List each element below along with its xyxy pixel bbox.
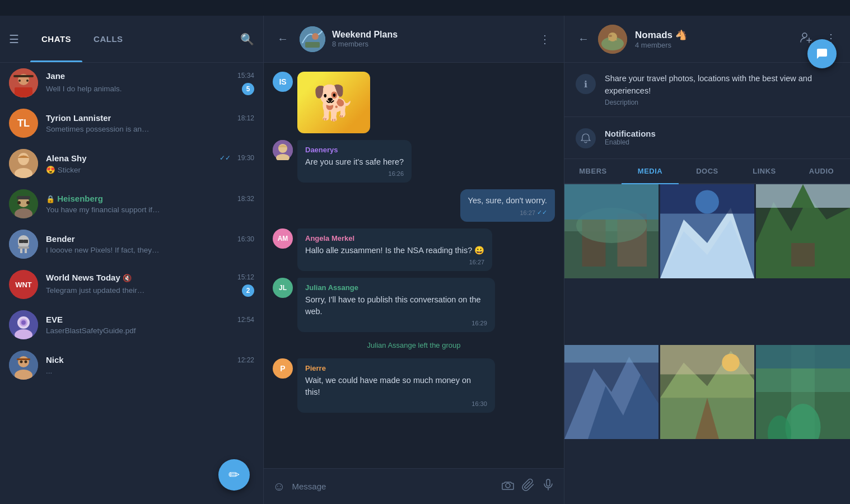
camera-button[interactable]: [501, 478, 515, 495]
chat-name: Jane: [46, 71, 65, 81]
system-message: Julian Assange left the group: [273, 341, 555, 349]
sender-name: Daenerys: [305, 146, 404, 154]
chat-preview: Well I do help animals.: [46, 85, 122, 93]
message-time: 16:29: [305, 320, 487, 326]
chat-preview: 😍 Sticker: [46, 165, 254, 174]
sender-avatar: [273, 140, 293, 160]
list-item[interactable]: Alena Shy ✓✓ 19:30 😍 Sticker: [0, 143, 263, 184]
svg-rect-41: [547, 479, 550, 486]
avatar: TL: [9, 109, 38, 138]
compose-button[interactable]: ✏: [218, 459, 250, 491]
media-item[interactable]: [756, 184, 850, 278]
group-info-panel: ← Nomads 🐴 4 members: [564, 16, 850, 504]
description-label: Description: [605, 99, 839, 106]
media-item[interactable]: [564, 345, 658, 439]
svg-rect-81: [756, 345, 850, 368]
message-bubble: Pierre Wait, we could have made so much …: [297, 358, 495, 413]
list-item[interactable]: Nick 12:22 ...: [0, 345, 263, 385]
chat-info: Tyrion Lannister 18:12 Sometimes possess…: [46, 113, 254, 133]
svg-rect-20: [18, 246, 29, 249]
svg-rect-19: [24, 240, 28, 243]
notifications-section[interactable]: Notifications Enabled: [564, 117, 850, 159]
media-item[interactable]: [756, 345, 850, 439]
chat-preview: ...: [46, 367, 254, 375]
notifications-status: Enabled: [605, 138, 656, 146]
media-item[interactable]: [564, 184, 658, 278]
emoji-button[interactable]: ☺: [273, 479, 285, 494]
search-button[interactable]: 🔍: [240, 32, 254, 46]
list-item[interactable]: Jane 15:34 Well I do help animals. 5: [0, 63, 263, 103]
svg-point-45: [608, 32, 617, 41]
message-text: Wait, we could have made so much money o…: [305, 375, 487, 398]
svg-point-29: [18, 356, 29, 367]
tab-links[interactable]: LINKS: [736, 159, 793, 183]
chat-time: 18:12: [237, 114, 254, 122]
group-info: Nomads 🐴 4 members: [635, 29, 795, 49]
svg-rect-4: [13, 75, 34, 77]
sender-avatar: JL: [273, 278, 293, 298]
svg-rect-68: [564, 345, 658, 363]
left-panel: ☰ CHATS CALLS 🔍: [0, 16, 263, 504]
chat-info: EVE 12:54 LaserBlastSafetyGuide.pdf: [46, 315, 254, 335]
chat-info: Bender 16:30 I looove new Pixels! If fac…: [46, 234, 254, 254]
svg-point-14: [17, 201, 21, 204]
top-bar: [0, 0, 850, 16]
sender-avatar: IS: [273, 72, 293, 92]
attach-button[interactable]: [521, 478, 535, 495]
tab-audio[interactable]: AUDIO: [793, 159, 850, 183]
chat-info: Alena Shy ✓✓ 19:30 😍 Sticker: [46, 153, 254, 174]
svg-rect-65: [791, 243, 815, 267]
chat-time: 16:30: [237, 235, 254, 243]
chat-name: Nick: [46, 355, 64, 365]
message-input[interactable]: [292, 482, 494, 491]
tab-docs[interactable]: DOCS: [679, 159, 736, 183]
chat-input-area: ☺: [264, 468, 564, 504]
chat-panel: ← Weekend Plans 8 members ⋮ IS: [263, 16, 564, 504]
svg-point-15: [26, 201, 30, 204]
mic-button[interactable]: [541, 478, 555, 495]
chat-time: 15:12: [237, 273, 254, 281]
info-icon: ℹ: [576, 74, 596, 94]
list-item[interactable]: EVE 12:54 LaserBlastSafetyGuide.pdf: [0, 305, 263, 345]
group-description: Share your travel photos, locations with…: [605, 73, 839, 97]
media-item[interactable]: [660, 184, 754, 278]
svg-rect-21: [20, 249, 22, 253]
avatar: [9, 68, 38, 97]
list-item[interactable]: 🔒 Heisenberg 18:32 You have my financial…: [0, 184, 263, 224]
chat-info: World News Today 🔇 15:12 Telegram just u…: [46, 273, 254, 297]
group-avatar: [598, 25, 627, 54]
svg-rect-18: [19, 240, 24, 243]
back-button[interactable]: ←: [573, 28, 594, 50]
chat-info: Jane 15:34 Well I do help animals. 5: [46, 71, 254, 95]
list-item[interactable]: WNT World News Today 🔇 15:12 Telegram ju…: [0, 264, 263, 305]
mute-icon: 🔇: [123, 274, 132, 282]
tab-members[interactable]: MBERS: [564, 159, 622, 183]
chat-preview: You have my financial support if…: [46, 206, 254, 214]
svg-point-46: [609, 35, 612, 37]
svg-point-31: [20, 361, 23, 363]
chat-header: ← Weekend Plans 8 members ⋮: [264, 16, 564, 63]
sender-name: Pierre: [305, 364, 487, 372]
group-name: Nomads 🐴: [635, 29, 795, 41]
message-bubble: Yes, sure, don't worry. 16:27 ✓✓: [460, 189, 555, 222]
hamburger-icon[interactable]: ☰: [9, 32, 19, 46]
group-members-count: 4 members: [635, 41, 795, 49]
message-bubble: Angela Merkel Hallo alle zusammen! Is th…: [297, 228, 492, 271]
list-item[interactable]: TL Tyrion Lannister 18:12 Sometimes poss…: [0, 103, 263, 143]
more-options-button[interactable]: ⋮: [535, 28, 555, 50]
tab-chats-label: CHATS: [41, 34, 71, 44]
chat-info: Nick 12:22 ...: [46, 355, 254, 375]
media-item[interactable]: [660, 345, 754, 439]
tab-media[interactable]: MEDIA: [622, 159, 679, 184]
chat-button[interactable]: [807, 39, 837, 68]
sender-avatar: P: [273, 358, 293, 379]
list-item[interactable]: Bender 16:30 I looove new Pixels! If fac…: [0, 224, 263, 264]
message-time: 16:30: [305, 400, 487, 407]
tab-chats[interactable]: CHATS: [30, 16, 82, 62]
chat-preview: Telegram just updated their…: [46, 286, 144, 295]
svg-rect-55: [564, 184, 658, 220]
tab-calls[interactable]: CALLS: [82, 16, 134, 62]
back-button[interactable]: ←: [273, 28, 293, 50]
message-time: 16:27 ✓✓: [468, 209, 547, 216]
avatar: [9, 351, 38, 380]
